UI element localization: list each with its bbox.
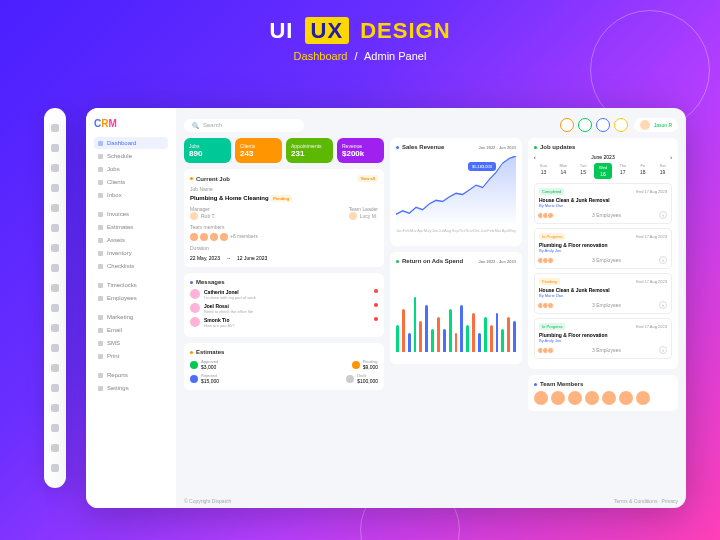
bar (507, 317, 510, 352)
stat-jobs[interactable]: Jobs890 (184, 138, 231, 163)
calendar-day[interactable]: Sun13 (534, 163, 553, 179)
sidebar-item-employees[interactable]: Employees (94, 292, 168, 304)
estimate-approved: Approved$3,000 (190, 359, 218, 370)
rail-icon[interactable] (51, 144, 59, 152)
rail-icon[interactable] (51, 224, 59, 232)
prev-month[interactable]: ‹ (534, 154, 536, 160)
calendar-icon[interactable] (596, 118, 610, 132)
search-icon: 🔍 (192, 122, 199, 129)
rail-icon[interactable] (51, 324, 59, 332)
rail-icon[interactable] (51, 404, 59, 412)
calendar-day[interactable]: Mon14 (554, 163, 573, 179)
message-item[interactable]: Catherin JonelI'm done with my part of w… (190, 289, 378, 300)
user-menu[interactable]: Jason R (634, 118, 678, 132)
sidebar-item-settings[interactable]: Settings (94, 382, 168, 394)
logo: CRM (94, 118, 168, 129)
duration: 22 May, 2023→12 June 2023 (190, 255, 378, 261)
more-icon[interactable]: › (659, 301, 667, 309)
view-all-link[interactable]: View all (357, 175, 378, 182)
nav-icon (98, 328, 103, 333)
sidebar-item-invoices[interactable]: Invoices (94, 208, 168, 220)
more-icon[interactable]: › (659, 211, 667, 219)
rail-icon[interactable] (51, 304, 59, 312)
roas-chart-card: Return on Ads SpendJan 2023 - Jun 2023 (390, 252, 522, 364)
message-item[interactable]: Smonk TioHow are you Mr? (190, 317, 378, 328)
sidebar-item-sms[interactable]: SMS (94, 337, 168, 349)
bar (408, 333, 411, 353)
rail-icon[interactable] (51, 424, 59, 432)
rail-icon[interactable] (51, 384, 59, 392)
job-card[interactable]: CompletedEnd 17 Aug 2023House Clean & Ju… (534, 183, 672, 224)
team-members-card: Team Members (528, 375, 678, 411)
job-card[interactable]: In ProgressEnd 17 Aug 2023Plumbing & Flo… (534, 318, 672, 359)
sidebar-item-marketing[interactable]: Marketing (94, 311, 168, 323)
calendar-day[interactable]: Sat19 (653, 163, 672, 179)
rail-icon[interactable] (51, 444, 59, 452)
calendar-day[interactable]: Tue15 (574, 163, 593, 179)
stat-revenue[interactable]: Revenue$200k (337, 138, 384, 163)
job-avatars (539, 347, 554, 354)
rail-icon[interactable] (51, 264, 59, 272)
bar (513, 321, 516, 352)
calendar-day[interactable]: Thu17 (613, 163, 632, 179)
rail-icon[interactable] (51, 164, 59, 172)
bar (431, 329, 434, 352)
rail-icon[interactable] (51, 244, 59, 252)
rail-icon[interactable] (51, 284, 59, 292)
sidebar-item-checklists[interactable]: Checklists (94, 260, 168, 272)
dot-icon (396, 146, 399, 149)
sidebar-item-estimates[interactable]: Estimates (94, 221, 168, 233)
more-icon[interactable]: › (659, 346, 667, 354)
messages-card: Messages Catherin JonelI'm done with my … (184, 273, 384, 337)
sidebar-item-timeclocks[interactable]: Timeclocks (94, 279, 168, 291)
privacy-link[interactable]: Privacy (662, 498, 678, 504)
sidebar-item-jobs[interactable]: Jobs (94, 163, 168, 175)
calendar-month: June 2023 (591, 154, 614, 160)
stat-appointments[interactable]: Appointments231 (286, 138, 333, 163)
main: 🔍Search Jason R Jobs890Clients243Appoint… (176, 108, 686, 508)
dot-icon (534, 146, 537, 149)
dot-icon (190, 351, 193, 354)
stat-clients[interactable]: Clients243 (235, 138, 282, 163)
message-item[interactable]: Joel RossiNeed to check the office file (190, 303, 378, 314)
rail-icon[interactable] (51, 364, 59, 372)
bar (402, 309, 405, 352)
rail-icon[interactable] (51, 344, 59, 352)
job-card[interactable]: PendingEnd 17 Aug 2023House Clean & Junk… (534, 273, 672, 314)
job-card[interactable]: In ProgressEnd 17 Aug 2023Plumbing & Flo… (534, 228, 672, 269)
settings-icon[interactable] (614, 118, 628, 132)
terms-link[interactable]: Terms & Conditions (614, 498, 657, 504)
rail-icon[interactable] (51, 204, 59, 212)
notification-icon[interactable] (560, 118, 574, 132)
more-icon[interactable]: › (659, 256, 667, 264)
search-input[interactable]: 🔍Search (184, 119, 304, 132)
job-updates-card: Job updates ‹June 2023› Sun13Mon14Tue15W… (528, 138, 678, 369)
sidebar-item-inventory[interactable]: Inventory (94, 247, 168, 259)
rail-icon[interactable] (51, 184, 59, 192)
sidebar-item-assets[interactable]: Assets (94, 234, 168, 246)
nav-icon (98, 373, 103, 378)
bar (455, 333, 458, 353)
sidebar-item-inbox[interactable]: Inbox (94, 189, 168, 201)
estimate-rejected: Rejected$15,000 (190, 373, 219, 384)
job-status-badge: In Progress (539, 233, 565, 240)
sidebar-item-clients[interactable]: Clients (94, 176, 168, 188)
bar (425, 305, 428, 352)
nav-icon (98, 264, 103, 269)
sidebar-item-email[interactable]: Email (94, 324, 168, 336)
nav-icon (98, 296, 103, 301)
team-avatars (534, 391, 672, 405)
sidebar: CRM DashboardScheduleJobsClientsInbox In… (86, 108, 176, 508)
calendar-day[interactable]: Wed16 (594, 163, 613, 179)
rail-icon[interactable] (51, 124, 59, 132)
sidebar-item-dashboard[interactable]: Dashboard (94, 137, 168, 149)
sidebar-item-print[interactable]: Print (94, 350, 168, 362)
nav-icon (98, 251, 103, 256)
sidebar-item-reports[interactable]: Reports (94, 369, 168, 381)
calendar-day[interactable]: Fri18 (633, 163, 652, 179)
sidebar-item-schedule[interactable]: Schedule (94, 150, 168, 162)
message-icon[interactable] (578, 118, 592, 132)
rail-icon[interactable] (51, 464, 59, 472)
next-month[interactable]: › (670, 154, 672, 160)
estimate-draft: Draft$100,000 (346, 373, 378, 384)
